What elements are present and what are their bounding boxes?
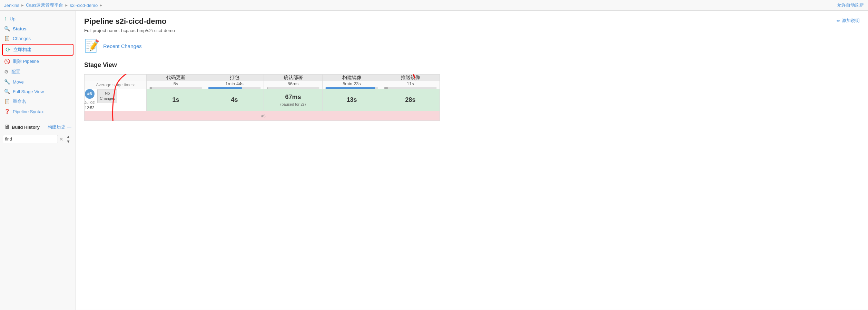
add-description-label: 添加说明 bbox=[842, 18, 860, 24]
build-history-title: Build History bbox=[12, 125, 40, 130]
breadcrumb-sep-3: ► bbox=[99, 3, 103, 7]
breadcrumb-jenkins[interactable]: Jenkins bbox=[4, 3, 19, 8]
scroll-down-arrow[interactable]: ▼ bbox=[66, 139, 70, 144]
sidebar-item-move[interactable]: 🔧 Move bbox=[0, 77, 76, 87]
build-history-header: 🖥 Build History 构建历史 — bbox=[3, 122, 73, 132]
search-clear-icon[interactable]: ✕ bbox=[59, 136, 63, 142]
scroll-up-arrow[interactable]: ▲ bbox=[66, 134, 70, 139]
search-icon-status: 🔍 bbox=[4, 26, 10, 31]
avg-time-1: 1min 44s bbox=[205, 81, 264, 89]
delete-icon: 🚫 bbox=[4, 59, 10, 64]
sidebar-label-full-stage-view: Full Stage View bbox=[13, 89, 44, 94]
breadcrumb-caas[interactable]: Caas运营管理平台 bbox=[26, 2, 63, 8]
sidebar-item-build-now[interactable]: ⟳ 立即构建 bbox=[2, 44, 73, 56]
sidebar-item-pipeline-syntax[interactable]: ❓ Pipeline Syntax bbox=[0, 107, 76, 116]
sidebar-item-config[interactable]: ⚙ 配置 bbox=[0, 67, 76, 77]
build-row-5-partial: #5 bbox=[85, 111, 440, 120]
syntax-icon: ❓ bbox=[4, 109, 10, 114]
build-history-link[interactable]: 构建历史 — bbox=[48, 124, 71, 130]
recent-changes-icon: 📝 bbox=[84, 39, 100, 53]
sidebar-label-changes: Changes bbox=[13, 36, 31, 41]
stage-result-6-4[interactable]: 28s bbox=[381, 89, 440, 111]
stage-sub-6-2: (paused for 2s) bbox=[264, 102, 322, 106]
build-date-6: Jul 02 12:52 bbox=[85, 100, 95, 111]
sidebar-label-up: Up bbox=[10, 16, 16, 21]
stage-col-2: 确认部署 bbox=[264, 75, 323, 81]
avg-time-4: 11s bbox=[381, 81, 440, 89]
changes-icon: 📋 bbox=[4, 36, 10, 41]
page-title: Pipeline s2i-cicd-demo bbox=[84, 17, 860, 26]
avg-time-0: 5s bbox=[147, 81, 205, 89]
build-icon: ⟳ bbox=[6, 46, 11, 54]
scroll-arrows: ▲ ▼ bbox=[66, 134, 70, 144]
sidebar-item-full-stage-view[interactable]: 🔍 Full Stage View bbox=[0, 87, 76, 96]
stage-result-6-1[interactable]: 4s bbox=[205, 89, 264, 111]
sidebar-label-config: 配置 bbox=[11, 69, 20, 75]
build-5-label: #5 bbox=[258, 114, 265, 118]
sidebar-label-status: Status bbox=[13, 26, 27, 31]
computer-icon: 🖥 bbox=[4, 124, 10, 130]
project-name: Full project name: hcpaas-bmp/s2i-cicd-d… bbox=[84, 28, 860, 33]
main-layout: ↑ Up 🔍 Status 📋 Changes ⟳ 立即构建 🚫 删除 Pipe… bbox=[0, 11, 868, 310]
move-icon: 🔧 bbox=[4, 79, 10, 85]
stage-view-title: Stage View bbox=[84, 61, 860, 69]
auto-refresh-link[interactable]: 允许自动刷新 bbox=[837, 2, 864, 8]
stage-result-6-2[interactable]: 67ms (paused for 2s) bbox=[264, 89, 323, 111]
build-5-partial-cell: #5 bbox=[85, 111, 440, 120]
build-info-6: #6 Jul 02 12:52 No Changes bbox=[85, 89, 147, 111]
build-history-section: 🖥 Build History 构建历史 — ✕ ▲ ▼ bbox=[0, 122, 76, 144]
breadcrumb-sep-1: ► bbox=[21, 3, 24, 7]
config-icon: ⚙ bbox=[4, 69, 9, 75]
recent-changes-link[interactable]: Recent Changes bbox=[103, 43, 142, 49]
search-row: ✕ ▲ ▼ bbox=[3, 134, 73, 144]
edit-icon: ✏ bbox=[837, 18, 840, 23]
stage-col-3: 构建镜像 bbox=[323, 75, 381, 81]
avg-time-2: 86ms bbox=[264, 81, 323, 89]
add-description-button[interactable]: ✏ 添加说明 bbox=[837, 18, 860, 24]
avg-label-cell: Average stage times: bbox=[85, 81, 147, 89]
stage-col-1: 打包 bbox=[205, 75, 264, 81]
sidebar-label-pipeline-syntax: Pipeline Syntax bbox=[13, 109, 44, 114]
rename-icon: 📋 bbox=[4, 99, 10, 104]
stage-header-empty bbox=[85, 75, 147, 81]
fullstage-icon: 🔍 bbox=[4, 89, 10, 94]
sidebar-item-up[interactable]: ↑ Up bbox=[0, 13, 76, 24]
sidebar-label-move: Move bbox=[13, 79, 24, 85]
sidebar: ↑ Up 🔍 Status 📋 Changes ⟳ 立即构建 🚫 删除 Pipe… bbox=[0, 11, 76, 310]
stage-table-wrapper: 代码更新 打包 确认部署 构建镜像 推送镜像 Average stage tim… bbox=[84, 74, 860, 121]
up-icon: ↑ bbox=[4, 16, 7, 22]
search-input[interactable] bbox=[3, 135, 58, 143]
content-area: ✏ 添加说明 Pipeline s2i-cicd-demo Full proje… bbox=[76, 11, 868, 310]
no-changes-box-6: No Changes bbox=[97, 89, 117, 103]
breadcrumb-bar: Jenkins ► Caas运营管理平台 ► s2i-cicd-demo ► 允… bbox=[0, 0, 868, 11]
stage-col-4: 推送镜像 bbox=[381, 75, 440, 81]
stage-result-6-0[interactable]: 1s bbox=[147, 89, 205, 111]
build-row-6: #6 Jul 02 12:52 No Changes bbox=[85, 89, 440, 111]
stage-table: 代码更新 打包 确认部署 构建镜像 推送镜像 Average stage tim… bbox=[84, 74, 440, 121]
sidebar-label-delete: 删除 Pipeline bbox=[13, 58, 39, 65]
sidebar-item-status[interactable]: 🔍 Status bbox=[0, 24, 76, 33]
sidebar-item-delete[interactable]: 🚫 删除 Pipeline bbox=[0, 56, 76, 67]
stage-result-6-3[interactable]: 13s bbox=[323, 89, 381, 111]
sidebar-label-rename: 重命名 bbox=[13, 98, 26, 105]
breadcrumb-nav: Jenkins ► Caas运营管理平台 ► s2i-cicd-demo ► bbox=[4, 2, 103, 8]
avg-time-3: 5min 23s bbox=[323, 81, 381, 89]
sidebar-label-build-now: 立即构建 bbox=[13, 47, 31, 53]
sidebar-item-rename[interactable]: 📋 重命名 bbox=[0, 96, 76, 107]
recent-changes-section: 📝 Recent Changes bbox=[84, 39, 860, 53]
breadcrumb-demo[interactable]: s2i-cicd-demo bbox=[70, 3, 98, 8]
avg-times-row: Average stage times: 5s 1min 44s 86ms bbox=[85, 81, 440, 89]
build-badge-6[interactable]: #6 bbox=[85, 89, 95, 99]
stage-col-0: 代码更新 bbox=[147, 75, 205, 81]
sidebar-item-changes[interactable]: 📋 Changes bbox=[0, 33, 76, 43]
breadcrumb-sep-2: ► bbox=[65, 3, 68, 7]
